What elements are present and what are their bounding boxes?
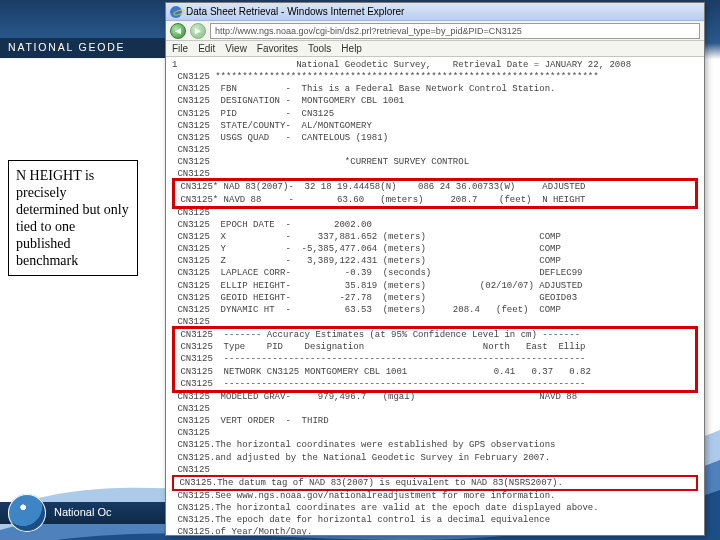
noaa-logo-icon (8, 494, 46, 532)
highlight-box-navd88: CN3125* NAD 83(2007)- 32 18 19.44458(N) … (172, 178, 698, 208)
banner-national-geodetic: NATIONAL GEODE (0, 38, 180, 58)
line-blank5: CN3125 (172, 403, 698, 415)
ie-logo-icon (170, 6, 182, 18)
line-blank1: CN3125 (172, 144, 698, 156)
line-x: CN3125 X - 337,881.652 (meters) COMP (172, 231, 698, 243)
line-horiz2: CN3125.and adjusted by the National Geod… (172, 452, 698, 464)
line-see: CN3125.See www.ngs.noaa.gov/nationalread… (172, 490, 698, 502)
menu-favorites[interactable]: Favorites (257, 43, 298, 54)
line-pid: CN3125 PID - CN3125 (172, 108, 698, 120)
line-nad83: CN3125* NAD 83(2007)- 32 18 19.44458(N) … (175, 181, 695, 193)
line-acc5: CN3125 ---------------------------------… (175, 378, 695, 390)
menu-help[interactable]: Help (341, 43, 362, 54)
line-acc2: CN3125 Type PID Designation North East E… (175, 341, 695, 353)
line-header: 1 National Geodetic Survey, Retrieval Da… (172, 59, 698, 71)
line-grav: CN3125 MODELED GRAV- 979,496.7 (mgal) NA… (172, 391, 698, 403)
line-valid: CN3125.The horizontal coordinates are va… (172, 502, 698, 514)
line-epoch: CN3125 EPOCH DATE - 2002.00 (172, 219, 698, 231)
callout-nheight: N HEIGHT is precisely determined but onl… (8, 160, 138, 276)
datasheet-content: 1 National Geodetic Survey, Retrieval Da… (166, 57, 704, 535)
address-url-text: http://www.ngs.noaa.gov/cgi-bin/ds2.prl?… (215, 26, 522, 36)
line-datum: CN3125.The datum tag of NAD 83(2007) is … (174, 477, 696, 489)
window-titlebar[interactable]: Data Sheet Retrieval - Windows Internet … (166, 3, 704, 21)
forward-button[interactable]: ► (190, 23, 206, 39)
address-input[interactable]: http://www.ngs.noaa.gov/cgi-bin/ds2.prl?… (210, 23, 700, 39)
line-state: CN3125 STATE/COUNTY- AL/MONTGOMERY (172, 120, 698, 132)
back-button[interactable]: ◄ (170, 23, 186, 39)
address-toolbar: ◄ ► http://www.ngs.noaa.gov/cgi-bin/ds2.… (166, 21, 704, 41)
line-vert: CN3125 VERT ORDER - THIRD (172, 415, 698, 427)
menu-file[interactable]: File (172, 43, 188, 54)
line-current: CN3125 *CURRENT SURVEY CONTROL (172, 156, 698, 168)
window-title: Data Sheet Retrieval - Windows Internet … (186, 6, 404, 17)
line-dynht: CN3125 DYNAMIC HT - 63.53 (meters) 208.4… (172, 304, 698, 316)
line-stars: CN3125 *********************************… (172, 71, 698, 83)
line-acc4: CN3125 NETWORK CN3125 MONTGOMERY CBL 100… (175, 366, 695, 378)
line-acc3: CN3125 ---------------------------------… (175, 353, 695, 365)
line-navd88: CN3125* NAVD 88 - 63.60 (meters) 208.7 (… (175, 194, 695, 206)
line-ellip: CN3125 ELLIP HEIGHT- 35.819 (meters) (02… (172, 280, 698, 292)
line-year: CN3125.of Year/Month/Day. (172, 526, 698, 535)
line-y: CN3125 Y - -5,385,477.064 (meters) COMP (172, 243, 698, 255)
menu-tools[interactable]: Tools (308, 43, 331, 54)
line-z: CN3125 Z - 3,389,122.431 (meters) COMP (172, 255, 698, 267)
browser-window: Data Sheet Retrieval - Windows Internet … (165, 2, 705, 536)
line-acc1: CN3125 ------- Accuracy Estimates (at 95… (175, 329, 695, 341)
line-fbn: CN3125 FBN - This is a Federal Base Netw… (172, 83, 698, 95)
menu-edit[interactable]: Edit (198, 43, 215, 54)
menu-bar: File Edit View Favorites Tools Help (166, 41, 704, 57)
line-laplace: CN3125 LAPLACE CORR- -0.39 (seconds) DEF… (172, 267, 698, 279)
line-geoid: CN3125 GEOID HEIGHT- -27.78 (meters) GEO… (172, 292, 698, 304)
highlight-box-datum: CN3125.The datum tag of NAD 83(2007) is … (172, 475, 698, 491)
line-blank6: CN3125 (172, 427, 698, 439)
line-horiz1: CN3125.The horizontal coordinates were e… (172, 439, 698, 451)
menu-view[interactable]: View (225, 43, 247, 54)
line-blank3: CN3125 (172, 207, 698, 219)
line-epochline: CN3125.The epoch date for horizontal con… (172, 514, 698, 526)
highlight-box-accuracy: CN3125 ------- Accuracy Estimates (at 95… (172, 326, 698, 393)
line-designation: CN3125 DESIGNATION - MONTGOMERY CBL 1001 (172, 95, 698, 107)
line-quad: CN3125 USGS QUAD - CANTELOUS (1981) (172, 132, 698, 144)
